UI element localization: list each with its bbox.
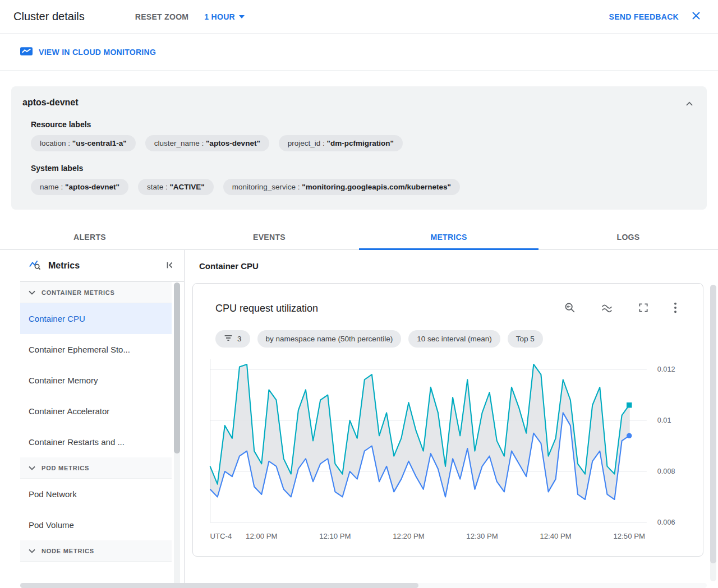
metrics-list: CONTAINER METRICS Container CPU Containe… [20, 282, 172, 562]
horizontal-scrollbar[interactable] [20, 583, 707, 588]
svg-text:12:20 PM: 12:20 PM [393, 532, 424, 540]
label-chip[interactable]: location"us-central1-a" [31, 135, 136, 151]
cpu-utilization-chart[interactable]: 0.0060.0080.010.012UTC-412:00 PM12:10 PM… [204, 350, 692, 548]
sidebar-scrollbar[interactable] [174, 283, 180, 588]
svg-text:12:40 PM: 12:40 PM [540, 532, 571, 540]
view-in-cloud-monitoring-label: VIEW IN CLOUD MONITORING [39, 48, 156, 57]
chart-filter-chips: 3 by namespace name (50th percentile) 10… [215, 330, 680, 348]
label-chip[interactable]: cluster_name"aptos-devnet" [145, 135, 269, 151]
chart-card: CPU request utilization [192, 283, 703, 557]
metric-panel-title: Container CPU [185, 250, 718, 282]
section-label: POD METRICS [42, 465, 89, 471]
sidebar-item-container-restarts[interactable]: Container Restarts and ... [20, 427, 172, 457]
svg-text:UTC-4: UTC-4 [210, 532, 232, 540]
system-labels-title: System labels [22, 164, 696, 173]
label-chip[interactable]: state"ACTIVE" [138, 179, 214, 195]
sidebar-scrollbar-thumb[interactable] [174, 283, 180, 453]
svg-text:0.01: 0.01 [657, 416, 671, 424]
groupby-chip[interactable]: by namespace name (50th percentile) [257, 330, 402, 348]
zoom-reset-button[interactable] [560, 298, 579, 319]
label-value: "aptos-devnet" [65, 183, 119, 191]
content-scrollbar[interactable] [710, 285, 716, 581]
chevron-up-icon [683, 98, 696, 112]
svg-text:0.006: 0.006 [657, 518, 675, 526]
section-pod-metrics[interactable]: POD METRICS [20, 457, 172, 479]
chart-header: CPU request utilization [204, 298, 692, 319]
close-icon [690, 10, 702, 24]
label-chip[interactable]: project_id"dm-pcfmigration" [279, 135, 403, 151]
chart-menu-button[interactable] [670, 298, 680, 319]
sidebar-item-container-cpu[interactable]: Container CPU [20, 303, 172, 334]
chevron-down-icon [29, 289, 35, 296]
section-label: CONTAINER METRICS [42, 289, 115, 296]
tab-events[interactable]: EVENTS [180, 224, 359, 249]
interval-chip[interactable]: 10 sec interval (mean) [408, 330, 500, 348]
filter-icon [224, 334, 233, 344]
section-label: NODE METRICS [42, 548, 94, 554]
collapse-sidebar-button[interactable] [162, 257, 178, 275]
topn-chip[interactable]: Top 5 [508, 330, 543, 348]
cluster-details-panel: Cluster details RESET ZOOM 1 HOUR SEND F… [0, 0, 718, 588]
chart-title: CPU request utilization [215, 303, 560, 314]
sidebar-item-container-ephemeral-storage[interactable]: Container Ephemeral Sto... [20, 334, 172, 365]
send-feedback-button[interactable]: SEND FEEDBACK [601, 8, 687, 26]
collapse-card-button[interactable] [680, 94, 699, 115]
horizontal-scrollbar-thumb[interactable] [20, 583, 418, 588]
sidebar-title: Metrics [48, 261, 154, 271]
label-value: "aptos-devnet" [206, 139, 260, 147]
sidebar-item-container-accelerator[interactable]: Container Accelerator [20, 396, 172, 427]
time-range-label: 1 HOUR [204, 12, 235, 21]
chevron-down-icon [239, 15, 245, 18]
metrics-sidebar: Metrics CONTAINER METRICS Container CPU … [20, 250, 185, 588]
chevron-down-icon [29, 465, 35, 471]
cluster-info-card: aptos-devnet Resource labels location"us… [11, 86, 707, 210]
monitoring-chart-icon [20, 47, 33, 58]
collapse-panel-icon [165, 260, 175, 272]
monitoring-row: VIEW IN CLOUD MONITORING [0, 34, 718, 71]
svg-text:0.012: 0.012 [657, 365, 675, 373]
section-container-metrics[interactable]: CONTAINER METRICS [20, 282, 172, 303]
sidebar-item-container-memory[interactable]: Container Memory [20, 365, 172, 396]
label-key: state [147, 183, 170, 191]
page-title: Cluster details [13, 10, 85, 23]
content-scrollbar-thumb[interactable] [710, 285, 716, 563]
metrics-content: Metrics CONTAINER METRICS Container CPU … [0, 250, 718, 588]
sidebar-item-pod-network[interactable]: Pod Network [20, 479, 172, 510]
metrics-explorer-icon [29, 259, 41, 272]
svg-text:12:30 PM: 12:30 PM [466, 532, 498, 540]
area-waves-icon [601, 302, 613, 316]
filter-count-chip[interactable]: 3 [215, 330, 250, 348]
label-chip[interactable]: name"aptos-devnet" [31, 179, 128, 195]
label-value: "us-central1-a" [72, 139, 127, 147]
label-key: project_id [288, 139, 327, 147]
fullscreen-button[interactable] [634, 299, 652, 318]
tab-metrics[interactable]: METRICS [359, 224, 538, 249]
label-value: "ACTIVE" [169, 183, 204, 191]
svg-text:12:00 PM: 12:00 PM [246, 532, 277, 540]
fullscreen-icon [638, 302, 649, 315]
chevron-down-icon [29, 548, 35, 554]
label-chip[interactable]: monitoring_service"monitoring.googleapis… [223, 179, 460, 195]
view-in-cloud-monitoring-link[interactable]: VIEW IN CLOUD MONITORING [20, 47, 156, 58]
chart-mode-button[interactable] [597, 298, 616, 319]
label-key: name [40, 183, 65, 191]
filter-count: 3 [237, 335, 242, 343]
metric-panel: Container CPU CPU request utilization [185, 250, 718, 588]
tab-alerts[interactable]: ALERTS [0, 224, 180, 249]
close-button[interactable] [687, 6, 706, 27]
label-value: "dm-pcfmigration" [327, 139, 394, 147]
time-range-dropdown[interactable]: 1 HOUR [196, 8, 252, 26]
label-key: cluster_name [154, 139, 206, 147]
resource-labels-title: Resource labels [22, 120, 696, 129]
reset-zoom-button[interactable]: RESET ZOOM [127, 8, 197, 26]
svg-text:12:10 PM: 12:10 PM [319, 532, 351, 540]
resource-labels-list: location"us-central1-a" cluster_name"apt… [22, 135, 696, 151]
tab-logs[interactable]: LOGS [538, 224, 718, 249]
section-node-metrics[interactable]: NODE METRICS [20, 540, 172, 562]
label-key: monitoring_service [232, 183, 302, 191]
svg-text:12:50 PM: 12:50 PM [614, 532, 645, 540]
label-value: "monitoring.googleapis.com/kubernetes" [302, 183, 451, 191]
sidebar-item-pod-volume[interactable]: Pod Volume [20, 510, 172, 540]
chart-toolbar [560, 298, 680, 319]
svg-text:0.008: 0.008 [657, 467, 675, 475]
